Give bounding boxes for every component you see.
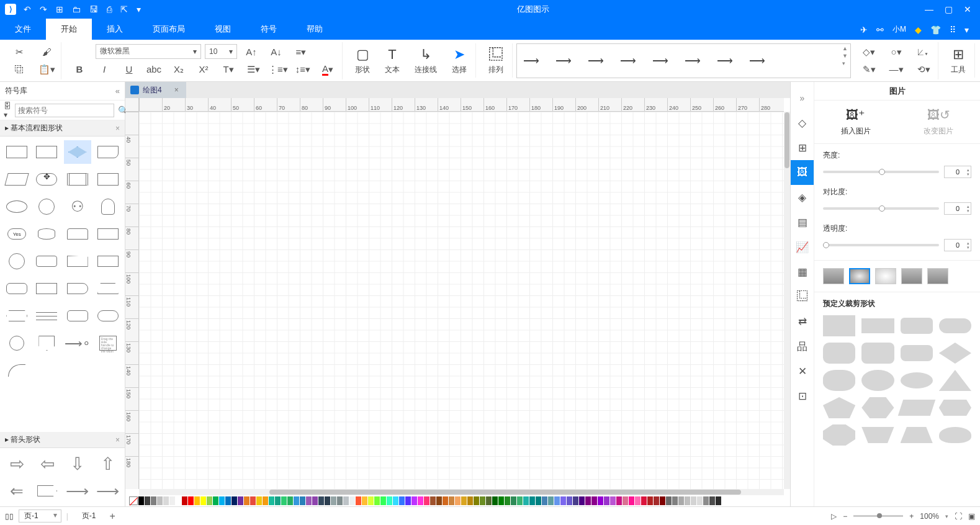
shape-manual[interactable] xyxy=(64,249,91,273)
crop-rect[interactable] xyxy=(861,318,894,333)
color-swatch[interactable] xyxy=(263,496,268,505)
color-swatch[interactable] xyxy=(517,496,523,505)
search-symbol-input[interactable] xyxy=(15,104,114,117)
ribbon-text[interactable]: T文本 xyxy=(380,45,405,76)
rail-layers-icon[interactable]: ◈ xyxy=(791,185,814,210)
category-flowchart[interactable]: ▸ 基本流程图形状 xyxy=(5,123,63,133)
color-swatch[interactable] xyxy=(523,496,529,505)
format-painter-icon[interactable]: 🖌 xyxy=(36,44,57,60)
color-swatch[interactable] xyxy=(269,496,274,505)
page-list-icon[interactable]: ▯▯ xyxy=(5,512,14,521)
horizontal-scrollbar[interactable] xyxy=(139,489,784,495)
rotate-icon[interactable]: ⟲▾ xyxy=(913,61,934,78)
color-swatch[interactable] xyxy=(498,496,504,505)
color-swatch[interactable] xyxy=(138,496,144,505)
rail-path-icon[interactable]: ⇄ xyxy=(791,309,814,334)
save-icon[interactable]: 🖫 xyxy=(89,4,98,14)
color-swatch[interactable] xyxy=(635,496,641,505)
color-swatch[interactable] xyxy=(585,496,591,505)
arrow-right3[interactable]: ⟶ xyxy=(94,479,121,503)
shape-offpage[interactable] xyxy=(34,331,60,355)
bullets-icon[interactable]: ☰▾ xyxy=(243,61,264,78)
menu-file[interactable]: 文件 xyxy=(0,19,46,40)
color-swatch[interactable] xyxy=(238,496,243,505)
shape-database[interactable] xyxy=(34,222,60,246)
color-swatch[interactable] xyxy=(573,496,578,505)
strike-icon[interactable]: abc xyxy=(143,61,164,78)
underline-icon[interactable]: U xyxy=(119,61,140,78)
color-swatch[interactable] xyxy=(716,496,721,505)
fit-page-icon[interactable]: ⛶ xyxy=(955,512,962,521)
color-swatch[interactable] xyxy=(157,496,163,505)
color-swatch[interactable] xyxy=(691,496,696,505)
color-swatch[interactable] xyxy=(709,496,715,505)
shape-process2[interactable] xyxy=(34,140,60,164)
color-swatch[interactable] xyxy=(343,496,349,505)
color-swatch[interactable] xyxy=(337,496,343,505)
color-swatch[interactable] xyxy=(647,496,653,505)
crop-ellipse[interactable] xyxy=(901,372,933,388)
arrow-pent[interactable] xyxy=(34,479,61,503)
shape-terminator[interactable]: ✥ xyxy=(34,168,60,191)
brightness-value[interactable]: 0 xyxy=(944,166,971,178)
shape-predefined[interactable] xyxy=(64,168,91,191)
color-swatch[interactable] xyxy=(405,496,411,505)
shape-display[interactable] xyxy=(64,277,91,300)
arrow-left2[interactable]: ⇐ xyxy=(4,479,30,503)
shape-display2[interactable] xyxy=(95,249,121,273)
color-swatch[interactable] xyxy=(461,496,467,505)
shape-tape[interactable] xyxy=(4,277,30,300)
color-swatch[interactable] xyxy=(349,496,355,505)
vertical-scrollbar[interactable] xyxy=(784,112,790,489)
share-icon[interactable]: ⚯ xyxy=(876,25,884,35)
effect-1[interactable] xyxy=(823,268,844,284)
shape-document[interactable] xyxy=(95,140,121,164)
font-select[interactable]: 微软雅黑▾ xyxy=(96,44,201,59)
crop-hex2[interactable] xyxy=(939,400,971,416)
crop-pentagon[interactable] xyxy=(823,397,855,418)
linespacing-icon[interactable]: ↕≡▾ xyxy=(292,61,313,78)
shape-circle3[interactable] xyxy=(4,331,30,355)
crop-trapup[interactable] xyxy=(901,427,933,443)
minimize-icon[interactable]: — xyxy=(925,4,933,14)
color-swatch[interactable] xyxy=(331,496,336,505)
crop-cloud[interactable] xyxy=(939,427,971,443)
menu-insert[interactable]: 插入 xyxy=(92,19,138,40)
crop-roundrect2[interactable] xyxy=(901,345,933,361)
highlight-icon[interactable]: T▾ xyxy=(218,61,239,78)
transparency-value[interactable]: 0 xyxy=(944,239,971,251)
color-swatch[interactable] xyxy=(411,496,417,505)
copy-icon[interactable]: ⿻ xyxy=(9,61,30,78)
font-color-icon[interactable]: A▾ xyxy=(317,61,338,78)
rail-comment-icon[interactable]: ⊡ xyxy=(791,384,814,408)
expand-rail-icon[interactable]: » xyxy=(791,86,814,110)
color-swatch[interactable] xyxy=(145,496,150,505)
contrast-value[interactable]: 0 xyxy=(944,202,971,215)
color-swatch[interactable] xyxy=(182,496,187,505)
page-tab[interactable]: 页-1 xyxy=(73,511,105,521)
color-swatch[interactable] xyxy=(678,496,684,505)
rail-component-icon[interactable]: ⿺ xyxy=(791,284,814,309)
color-swatch[interactable] xyxy=(207,496,212,505)
align-icon[interactable]: ≡▾ xyxy=(290,44,312,60)
shape-cylinder[interactable] xyxy=(34,249,60,273)
rail-random-icon[interactable]: ✕ xyxy=(791,359,814,384)
color-swatch[interactable] xyxy=(169,496,175,505)
brightness-slider[interactable] xyxy=(823,171,939,173)
zoom-value[interactable]: 100% xyxy=(920,512,939,521)
category-arrows[interactable]: ▸ 箭头形状 xyxy=(5,434,40,445)
document-tab[interactable]: 绘图4 × xyxy=(125,82,186,98)
color-swatch[interactable] xyxy=(697,496,703,505)
crop-circle[interactable] xyxy=(861,370,894,391)
arrow-down[interactable]: ⇩ xyxy=(65,452,91,475)
color-swatch[interactable] xyxy=(151,496,156,505)
crop-trapdown[interactable] xyxy=(861,427,894,443)
color-swatch[interactable] xyxy=(294,496,299,505)
redo-icon[interactable]: ↷ xyxy=(40,4,47,14)
color-swatch[interactable] xyxy=(436,496,442,505)
export-icon[interactable]: ⇱ xyxy=(120,4,128,14)
color-swatch[interactable] xyxy=(623,496,628,505)
crop-square[interactable] xyxy=(823,315,855,336)
color-swatch[interactable] xyxy=(672,496,678,505)
shape-pill[interactable] xyxy=(95,304,121,328)
